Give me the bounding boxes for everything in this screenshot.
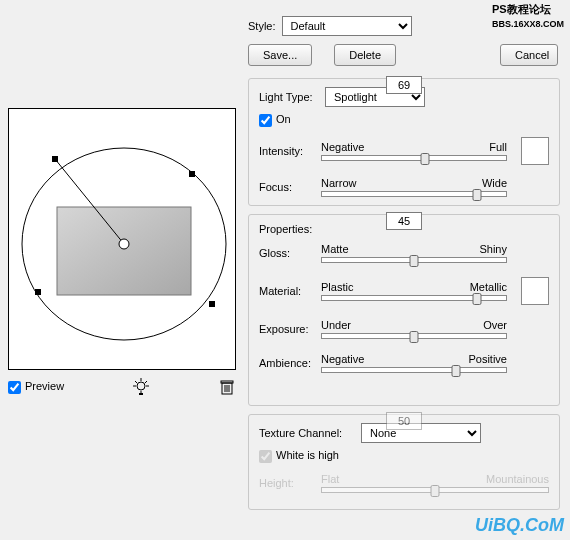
cancel-button[interactable]: Cancel	[500, 44, 558, 66]
svg-point-3	[119, 239, 129, 249]
ambience-right: Positive	[468, 353, 507, 365]
height-left: Flat	[321, 473, 339, 485]
material-right: Metallic	[470, 281, 507, 293]
material-left: Plastic	[321, 281, 353, 293]
style-label: Style:	[248, 20, 276, 32]
intensity-left: Negative	[321, 141, 364, 153]
height-right: Mountainous	[486, 473, 549, 485]
gloss-label: Gloss:	[259, 247, 315, 259]
on-checkbox-label[interactable]: On	[259, 113, 291, 125]
svg-line-13	[135, 381, 137, 383]
texture-group: Texture Channel: None White is high Heig…	[248, 414, 560, 510]
intensity-right: Full	[489, 141, 507, 153]
focus-right: Wide	[482, 177, 507, 189]
light-type-group: Light Type: Spotlight On Intensity: Nega…	[248, 78, 560, 206]
trash-icon[interactable]	[218, 378, 236, 396]
gloss-right: Shiny	[479, 243, 507, 255]
svg-rect-4	[52, 156, 58, 162]
intensity-label: Intensity:	[259, 145, 315, 157]
delete-button[interactable]: Delete	[334, 44, 396, 66]
white-high-label: White is high	[259, 449, 549, 463]
svg-rect-7	[209, 301, 215, 307]
material-color-swatch[interactable]	[521, 277, 549, 305]
watermark-top: PS教程论坛 BBS.16XX8.COM	[492, 2, 564, 29]
ambience-left: Negative	[321, 353, 364, 365]
focus-thumb[interactable]	[472, 189, 481, 201]
lightbulb-icon[interactable]	[132, 378, 150, 396]
focus-left: Narrow	[321, 177, 356, 189]
svg-rect-5	[35, 289, 41, 295]
svg-rect-15	[139, 393, 143, 395]
light-color-swatch[interactable]	[521, 137, 549, 165]
properties-group: Properties: Gloss: Matte Shiny Material:…	[248, 214, 560, 406]
exposure-right: Over	[483, 319, 507, 331]
ambience-value[interactable]	[386, 212, 422, 230]
focus-value[interactable]	[386, 76, 422, 94]
height-value	[386, 412, 422, 430]
style-select[interactable]: Default	[282, 16, 412, 36]
focus-slider[interactable]	[321, 191, 507, 197]
ambience-thumb[interactable]	[452, 365, 461, 377]
material-thumb[interactable]	[472, 293, 481, 305]
gloss-thumb[interactable]	[410, 255, 419, 267]
texture-channel-label: Texture Channel:	[259, 427, 355, 439]
svg-rect-0	[57, 207, 191, 295]
focus-label: Focus:	[259, 181, 315, 193]
exposure-label: Exposure:	[259, 323, 315, 335]
light-preview-svg	[9, 109, 235, 369]
height-label: Height:	[259, 477, 315, 489]
light-type-label: Light Type:	[259, 91, 319, 103]
intensity-slider[interactable]	[321, 155, 507, 161]
ambience-slider[interactable]	[321, 367, 507, 373]
svg-rect-6	[189, 171, 195, 177]
watermark-bottom: UiBQ.CoM	[475, 515, 564, 536]
height-slider	[321, 487, 549, 493]
exposure-thumb[interactable]	[410, 331, 419, 343]
on-checkbox[interactable]	[259, 114, 272, 127]
svg-point-8	[137, 382, 145, 390]
svg-line-14	[145, 381, 147, 383]
gloss-left: Matte	[321, 243, 349, 255]
preview-checkbox[interactable]	[8, 381, 21, 394]
preview-checkbox-label[interactable]: Preview	[8, 380, 64, 394]
gloss-slider[interactable]	[321, 257, 507, 263]
preview-canvas[interactable]	[8, 108, 236, 370]
svg-rect-17	[221, 381, 233, 383]
material-label: Material:	[259, 285, 315, 297]
white-high-checkbox	[259, 450, 272, 463]
intensity-thumb[interactable]	[421, 153, 430, 165]
exposure-left: Under	[321, 319, 351, 331]
height-thumb	[431, 485, 440, 497]
exposure-slider[interactable]	[321, 333, 507, 339]
save-button[interactable]: Save...	[248, 44, 312, 66]
ambience-label: Ambience:	[259, 357, 315, 369]
material-slider[interactable]	[321, 295, 507, 301]
